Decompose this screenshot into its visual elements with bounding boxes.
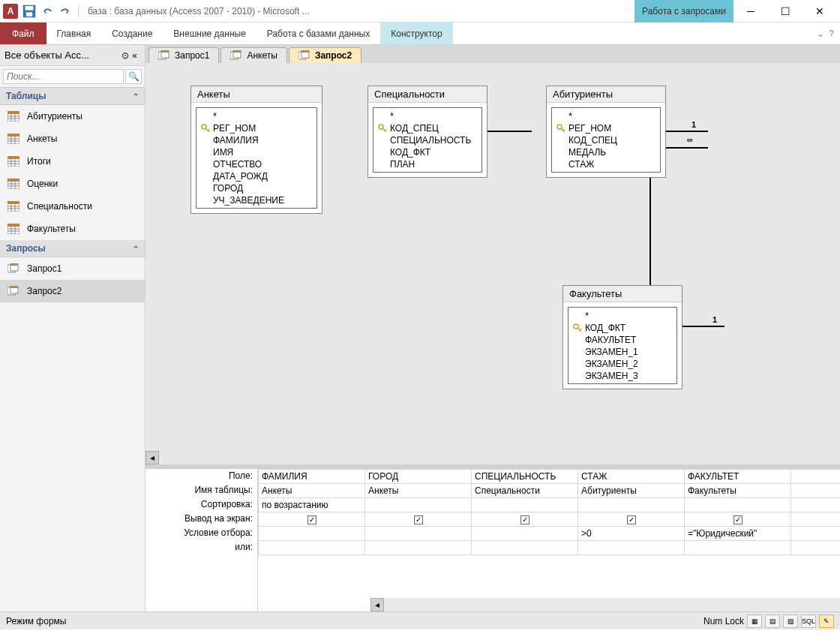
field-row[interactable]: ФАКУЛЬТЕТ xyxy=(568,334,676,346)
field-row[interactable]: УЧ_ЗАВЕДЕНИЕ xyxy=(196,194,316,206)
nav-item[interactable]: Запрос2 xyxy=(0,280,145,302)
grid-cell[interactable]: ✓ xyxy=(685,512,791,527)
checkbox[interactable]: ✓ xyxy=(734,515,742,524)
grid-cell[interactable]: ="Юридический" xyxy=(685,527,791,541)
grid-horizontal-scrollbar[interactable]: ◂ ▸ xyxy=(370,598,840,611)
grid-cell[interactable]: по возрастанию xyxy=(259,498,365,512)
grid-cell[interactable] xyxy=(472,498,578,512)
table-box-ankety[interactable]: Анкеты *РЕГ_НОМФАМИЛИЯИМЯОТЧЕСТВОДАТА_РО… xyxy=(190,86,322,214)
document-tab[interactable]: Запрос1 xyxy=(148,47,219,63)
grid-cell[interactable]: ✓ xyxy=(259,512,365,527)
field-row[interactable]: СТАЖ xyxy=(552,158,660,170)
grid-cell[interactable] xyxy=(791,470,841,484)
grid-cell[interactable] xyxy=(365,527,472,541)
sql-view-button[interactable]: SQL xyxy=(801,614,816,628)
grid-cell[interactable] xyxy=(365,498,472,512)
checkbox[interactable]: ✓ xyxy=(627,515,636,524)
field-row[interactable]: ЭКЗАМЕН_1 xyxy=(568,346,676,358)
ribbon-tab-design[interactable]: Конструктор xyxy=(380,23,452,44)
nav-group-header[interactable]: Запросы⌃ xyxy=(0,240,145,257)
nav-collapse-icon[interactable]: « xyxy=(129,50,140,61)
design-view-button[interactable]: ✎ xyxy=(819,614,834,628)
grid-cell[interactable]: ФАКУЛЬТЕТ xyxy=(685,470,791,484)
grid-cell[interactable] xyxy=(791,541,841,555)
grid-cell[interactable] xyxy=(259,541,365,555)
grid-cell[interactable] xyxy=(578,498,685,512)
grid-cell[interactable]: >0 xyxy=(578,527,685,541)
grid-cell[interactable]: Анкеты xyxy=(259,484,365,498)
field-row[interactable]: ИМЯ xyxy=(196,146,316,158)
grid-cell[interactable]: ✓ xyxy=(472,512,578,527)
query-designer-diagram[interactable]: 1 1 1 ∞ 1 ∞ Анкеты *РЕГ_НОМФАМИЛИЯИМЯОТЧ… xyxy=(146,63,840,464)
field-star[interactable]: * xyxy=(196,110,316,122)
nav-header[interactable]: Все объекты Acc... ⊙ « xyxy=(0,45,145,66)
pivottable-view-button[interactable]: ▤ xyxy=(765,614,780,628)
grid-cell[interactable] xyxy=(472,541,578,555)
nav-search-input[interactable] xyxy=(3,69,124,84)
scroll-left-icon[interactable]: ◂ xyxy=(146,451,159,464)
grid-cell[interactable] xyxy=(365,541,472,555)
scroll-left-icon[interactable]: ◂ xyxy=(370,598,384,611)
grid-cell[interactable] xyxy=(791,527,841,541)
redo-icon[interactable] xyxy=(57,3,74,20)
grid-cell[interactable]: Специальности xyxy=(472,484,578,498)
undo-icon[interactable] xyxy=(39,3,56,20)
grid-cell[interactable]: Анкеты xyxy=(365,484,472,498)
checkbox[interactable]: ✓ xyxy=(414,515,423,524)
save-icon[interactable] xyxy=(21,3,38,20)
grid-cell[interactable] xyxy=(791,512,841,527)
grid-cell[interactable] xyxy=(472,527,578,541)
field-row[interactable]: ЭКЗАМЕН_3 xyxy=(568,370,676,382)
field-row[interactable]: СПЕЦИАЛЬНОСТЬ xyxy=(374,134,482,146)
table-box-fak[interactable]: Факультеты *КОД_ФКТФАКУЛЬТЕТЭКЗАМЕН_1ЭКЗ… xyxy=(562,285,682,389)
field-star[interactable]: * xyxy=(374,110,482,122)
search-icon[interactable]: 🔍 xyxy=(125,69,142,84)
field-row[interactable]: ДАТА_РОЖД xyxy=(196,170,316,182)
help-icon[interactable]: ? xyxy=(829,29,834,39)
datasheet-view-button[interactable]: ▦ xyxy=(747,614,762,628)
nav-item[interactable]: Абитуриенты xyxy=(0,105,145,128)
grid-cell[interactable]: Абитуриенты xyxy=(578,484,685,498)
field-row[interactable]: ОТЧЕСТВО xyxy=(196,158,316,170)
grid-cell[interactable] xyxy=(578,541,685,555)
field-row[interactable]: РЕГ_НОМ xyxy=(552,122,660,134)
field-row[interactable]: ГОРОД xyxy=(196,182,316,194)
grid-cell[interactable]: ✓ xyxy=(365,512,472,527)
field-star[interactable]: * xyxy=(552,110,660,122)
grid-cell[interactable] xyxy=(685,498,791,512)
minimize-button[interactable]: ─ xyxy=(734,0,768,23)
pivotchart-view-button[interactable]: ▧ xyxy=(783,614,798,628)
table-box-spec[interactable]: Специальности *КОД_СПЕЦСПЕЦИАЛЬНОСТЬКОД_… xyxy=(368,86,488,178)
grid-cell[interactable] xyxy=(685,541,791,555)
ribbon-tab-external[interactable]: Внешние данные xyxy=(163,23,256,44)
nav-item[interactable]: Оценки xyxy=(0,173,145,195)
grid-cell[interactable]: СПЕЦИАЛЬНОСТЬ xyxy=(472,470,578,484)
nav-dropdown-icon[interactable]: ⊙ xyxy=(122,50,129,61)
nav-group-header[interactable]: Таблицы⌃ xyxy=(0,88,145,105)
ribbon-collapse-icon[interactable]: ⌄ xyxy=(817,29,824,39)
field-row[interactable]: МЕДАЛЬ xyxy=(552,146,660,158)
horizontal-scrollbar[interactable]: ◂ ▸ xyxy=(146,451,840,464)
close-button[interactable]: ✕ xyxy=(802,0,837,23)
query-design-grid[interactable]: Поле:Имя таблицы:Сортировка:Вывод на экр… xyxy=(146,469,840,611)
checkbox[interactable]: ✓ xyxy=(308,515,316,524)
field-row[interactable]: РЕГ_НОМ xyxy=(196,122,316,134)
nav-item[interactable]: Итоги xyxy=(0,150,145,173)
nav-item[interactable]: Запрос1 xyxy=(0,257,145,280)
grid-cell[interactable] xyxy=(791,498,841,512)
field-row[interactable]: ЭКЗАМЕН_2 xyxy=(568,358,676,370)
file-tab[interactable]: Файл xyxy=(0,23,46,44)
table-box-abit[interactable]: Абитуриенты *РЕГ_НОМКОД_СПЕЦМЕДАЛЬСТАЖ xyxy=(546,86,666,178)
checkbox[interactable]: ✓ xyxy=(520,515,530,524)
grid-cell[interactable]: Факультеты xyxy=(685,484,791,498)
ribbon-tab-dbtools[interactable]: Работа с базами данных xyxy=(256,23,380,44)
field-row[interactable]: КОД_СПЕЦ xyxy=(552,134,660,146)
ribbon-tab-create[interactable]: Создание xyxy=(101,23,163,44)
grid-cell[interactable]: ✓ xyxy=(578,512,685,527)
ribbon-tab-home[interactable]: Главная xyxy=(46,23,102,44)
nav-item[interactable]: Анкеты xyxy=(0,128,145,150)
field-row[interactable]: ФАМИЛИЯ xyxy=(196,134,316,146)
document-tab[interactable]: Анкеты xyxy=(220,47,286,63)
document-tab[interactable]: Запрос2 xyxy=(289,47,362,63)
grid-cell[interactable]: ФАМИЛИЯ xyxy=(259,470,365,484)
